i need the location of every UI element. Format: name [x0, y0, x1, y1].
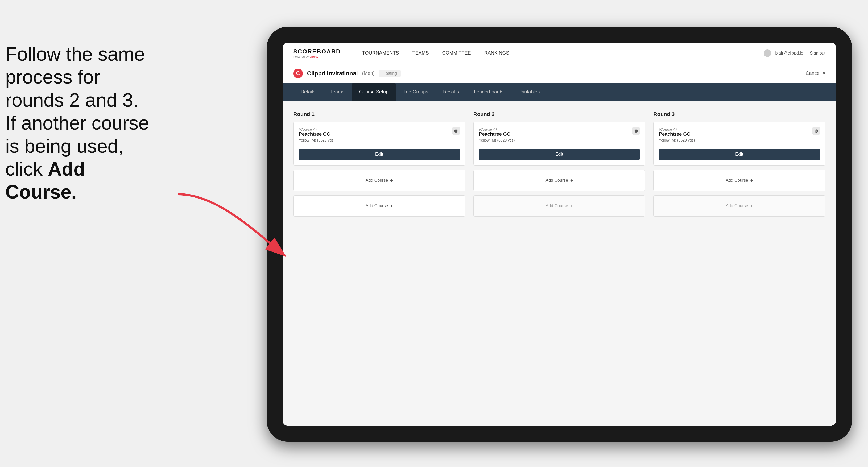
- round-2-course-header: (Course A) Peachtree GC Yellow (M) (6629…: [479, 127, 640, 147]
- round-3-course-details: Yellow (M) (6629 yds): [659, 138, 695, 143]
- round-2-add-course-label-2: Add Course +: [546, 203, 573, 209]
- round-3-title: Round 3: [653, 111, 826, 117]
- round-3-add-course-box-1[interactable]: Add Course +: [653, 170, 826, 191]
- nav-teams[interactable]: TEAMS: [412, 49, 429, 57]
- round-3-add-course-label-1: Add Course +: [726, 178, 753, 183]
- rounds-grid: Round 1 (Course A) Peachtree GC Yellow (…: [293, 111, 826, 221]
- tab-tee-groups[interactable]: Tee Groups: [396, 83, 436, 101]
- nav-committee[interactable]: COMMITTEE: [442, 49, 471, 57]
- tab-printables[interactable]: Printables: [511, 83, 547, 101]
- round-1-course-header: (Course A) Peachtree GC Yellow (M) (6629…: [299, 127, 460, 147]
- tournament-type: (Men): [362, 70, 375, 76]
- round-1-add-course-label-2: Add Course +: [366, 203, 393, 209]
- instruction-text: Follow the same process for rounds 2 and…: [5, 42, 160, 204]
- round-2-edit-button[interactable]: Edit: [479, 149, 640, 160]
- round-3-course-name: Peachtree GC: [659, 131, 695, 137]
- round-1-delete-button[interactable]: ⊗: [452, 127, 460, 135]
- powered-link: clippd.: [309, 55, 318, 58]
- page-wrapper: Follow the same process for rounds 2 and…: [0, 0, 868, 467]
- round-3-course-label: (Course A): [659, 127, 695, 131]
- nav-rankings[interactable]: RANKINGS: [484, 49, 509, 57]
- sign-out-link[interactable]: | Sign out: [808, 51, 826, 56]
- round-2-course-details: Yellow (M) (6629 yds): [479, 138, 515, 143]
- round-1-course-details: Yellow (M) (6629 yds): [299, 138, 335, 143]
- round-2-delete-button[interactable]: ⊗: [632, 127, 640, 135]
- round-3-edit-button[interactable]: Edit: [659, 149, 820, 160]
- round-3-delete-button[interactable]: ⊗: [812, 127, 820, 135]
- tablet-screen: SCOREBOARD Powered by clippd. TOURNAMENT…: [283, 42, 836, 426]
- round-3-course-card: (Course A) Peachtree GC Yellow (M) (6629…: [653, 122, 826, 165]
- round-2-course-name: Peachtree GC: [479, 131, 515, 137]
- round-3-column: Round 3 (Course A) Peachtree GC Yellow (…: [653, 111, 826, 221]
- top-nav: SCOREBOARD Powered by clippd. TOURNAMENT…: [283, 42, 836, 64]
- round-1-column: Round 1 (Course A) Peachtree GC Yellow (…: [293, 111, 465, 221]
- round-2-course-label: (Course A): [479, 127, 515, 131]
- brand-title: SCOREBOARD: [293, 48, 341, 55]
- sub-header: C Clippd Invitational (Men) Hosting Canc…: [283, 64, 836, 83]
- tab-details[interactable]: Details: [293, 83, 323, 101]
- round-2-title: Round 2: [473, 111, 646, 117]
- round-1-course-label: (Course A): [299, 127, 335, 131]
- cancel-button[interactable]: Cancel ×: [805, 70, 826, 76]
- tabs-bar: Details Teams Course Setup Tee Groups Re…: [283, 83, 836, 101]
- nav-tournaments[interactable]: TOURNAMENTS: [362, 49, 399, 57]
- round-2-course-card: (Course A) Peachtree GC Yellow (M) (6629…: [473, 122, 646, 165]
- round-2-add-course-box-1[interactable]: Add Course +: [473, 170, 646, 191]
- main-content: Round 1 (Course A) Peachtree GC Yellow (…: [283, 101, 836, 426]
- tab-teams[interactable]: Teams: [323, 83, 352, 101]
- round-2-add-course-box-2: Add Course +: [473, 195, 646, 217]
- nav-right: blair@clippd.io | Sign out: [764, 50, 826, 57]
- round-1-course-name: Peachtree GC: [299, 131, 335, 137]
- user-avatar-icon: [764, 50, 771, 57]
- powered-by: Powered by clippd.: [293, 55, 341, 58]
- hosting-badge: Hosting: [379, 70, 401, 77]
- tournament-info: C Clippd Invitational (Men) Hosting: [293, 69, 401, 78]
- round-2-column: Round 2 (Course A) Peachtree GC Yellow (…: [473, 111, 646, 221]
- round-2-add-course-label-1: Add Course +: [546, 178, 573, 183]
- round-3-add-course-label-2: Add Course +: [726, 203, 753, 209]
- round-1-add-course-box-1[interactable]: Add Course +: [293, 170, 465, 191]
- round-1-edit-button[interactable]: Edit: [299, 149, 460, 160]
- tournament-name: Clippd Invitational: [307, 70, 358, 77]
- tab-leaderboards[interactable]: Leaderboards: [466, 83, 511, 101]
- tablet: SCOREBOARD Powered by clippd. TOURNAMENT…: [267, 27, 852, 442]
- tab-course-setup[interactable]: Course Setup: [352, 83, 396, 101]
- round-3-add-course-box-2: Add Course +: [653, 195, 826, 217]
- round-1-course-card: (Course A) Peachtree GC Yellow (M) (6629…: [293, 122, 465, 165]
- round-1-add-course-box-2[interactable]: Add Course +: [293, 195, 465, 217]
- main-nav: TOURNAMENTS TEAMS COMMITTEE RANKINGS: [362, 49, 748, 57]
- round-1-title: Round 1: [293, 111, 465, 117]
- user-email: blair@clippd.io: [775, 51, 803, 56]
- scoreboard-brand: SCOREBOARD Powered by clippd.: [293, 48, 341, 58]
- tournament-logo: C: [293, 69, 303, 78]
- round-3-course-header: (Course A) Peachtree GC Yellow (M) (6629…: [659, 127, 820, 147]
- round-1-add-course-label-1: Add Course +: [366, 178, 393, 183]
- tab-results[interactable]: Results: [436, 83, 466, 101]
